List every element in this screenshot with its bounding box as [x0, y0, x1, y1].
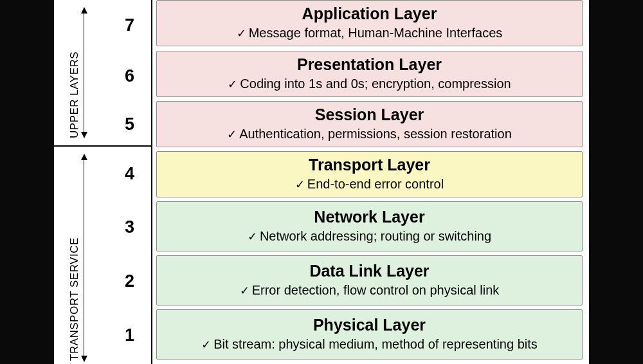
- check-icon: ✓: [295, 178, 305, 191]
- layer-number: 4: [107, 164, 152, 184]
- layer-row-transport: Transport Layer ✓End-to-end error contro…: [156, 151, 583, 197]
- layer-number: 6: [107, 66, 152, 86]
- layer-row-physical: Physical Layer ✓Bit stream: physical med…: [156, 309, 583, 359]
- check-icon: ✓: [228, 78, 237, 91]
- layer-number: 5: [107, 114, 152, 134]
- side-column: UPPER LAYERS TRANSPORT SERVICE 7 6 5 4 3…: [54, 0, 152, 364]
- osi-diagram: UPPER LAYERS TRANSPORT SERVICE 7 6 5 4 3…: [54, 0, 589, 364]
- layer-desc: ✓Error detection, flow control on physic…: [240, 282, 500, 298]
- layers-column: Application Layer ✓Message format, Human…: [152, 0, 589, 364]
- layer-number: 3: [107, 217, 152, 237]
- layer-desc: ✓Message format, Human-Machine Interface…: [237, 25, 503, 41]
- layer-title: Application Layer: [302, 4, 437, 24]
- layer-title: Network Layer: [314, 207, 424, 227]
- layer-number: 7: [107, 15, 152, 35]
- layer-row-application: Application Layer ✓Message format, Human…: [156, 0, 583, 46]
- check-icon: ✓: [248, 230, 257, 243]
- layer-title: Data Link Layer: [309, 261, 429, 281]
- layer-row-datalink: Data Link Layer ✓Error detection, flow c…: [156, 255, 583, 305]
- layer-desc: ✓Coding into 1s and 0s; encryption, comp…: [228, 76, 511, 92]
- layer-title: Physical Layer: [313, 315, 426, 335]
- group-label-lower: TRANSPORT SERVICE: [68, 158, 81, 361]
- arrow-lower-icon: [84, 154, 84, 361]
- layer-desc: ✓Network addressing; routing or switchin…: [248, 228, 491, 244]
- layer-number: 2: [107, 271, 152, 291]
- layer-title: Presentation Layer: [297, 55, 442, 75]
- arrow-upper-icon: [84, 8, 84, 138]
- check-icon: ✓: [227, 128, 237, 141]
- layer-row-presentation: Presentation Layer ✓Coding into 1s and 0…: [156, 51, 583, 97]
- check-icon: ✓: [237, 27, 246, 40]
- group-label-upper: UPPER LAYERS: [68, 10, 81, 138]
- layer-title: Session Layer: [315, 105, 424, 125]
- layer-desc: ✓Authentication, permissions, session re…: [227, 126, 512, 142]
- check-icon: ✓: [201, 338, 211, 351]
- layer-number: 1: [107, 325, 152, 345]
- check-icon: ✓: [240, 284, 249, 297]
- layer-row-session: Session Layer ✓Authentication, permissio…: [156, 101, 583, 147]
- number-column: 7 6 5 4 3 2 1: [107, 0, 152, 364]
- layer-title: Transport Layer: [309, 155, 430, 175]
- layer-row-network: Network Layer ✓Network addressing; routi…: [156, 201, 583, 251]
- layer-desc: ✓End-to-end error control: [295, 176, 444, 192]
- layer-desc: ✓Bit stream: physical medium, method of …: [201, 336, 538, 352]
